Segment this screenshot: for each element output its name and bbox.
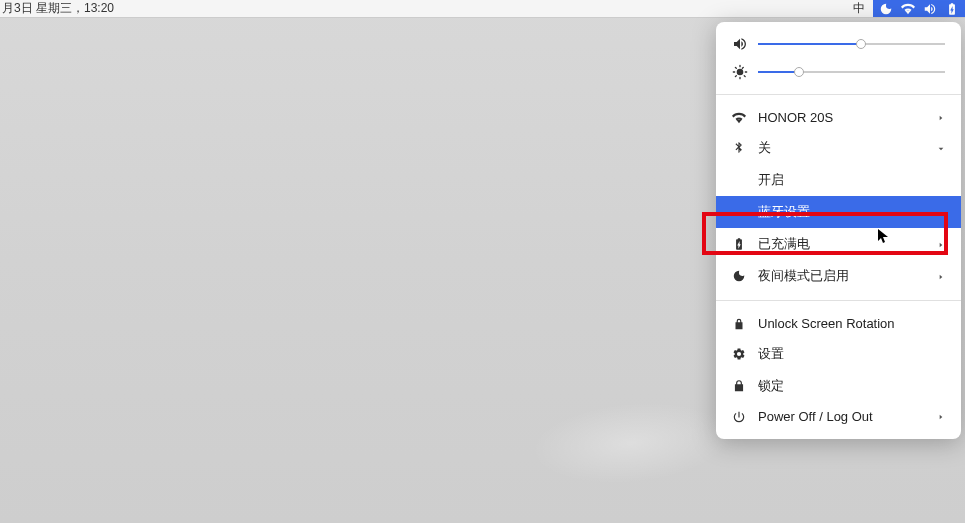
power-label: Power Off / Log Out [758, 409, 925, 424]
night-light-icon [732, 269, 746, 283]
brightness-slider-row [716, 58, 961, 86]
wifi-label: HONOR 20S [758, 110, 925, 125]
bluetooth-settings-label: 蓝牙设置 [758, 203, 810, 221]
settings-menu-item[interactable]: 设置 [716, 338, 961, 370]
lock-icon [732, 379, 746, 393]
bluetooth-enable-item[interactable]: 开启 [716, 164, 961, 196]
rotation-menu-item[interactable]: Unlock Screen Rotation [716, 309, 961, 338]
battery-label: 已充满电 [758, 235, 925, 253]
battery-menu-item[interactable]: 已充满电 [716, 228, 961, 260]
volume-icon [732, 36, 748, 52]
night-light-icon [879, 2, 893, 16]
bluetooth-icon [732, 141, 746, 155]
brightness-slider[interactable] [758, 65, 945, 79]
ime-indicator[interactable]: 中 [845, 0, 873, 17]
separator [716, 94, 961, 95]
rotation-label: Unlock Screen Rotation [758, 316, 945, 331]
lock-menu-item[interactable]: 锁定 [716, 370, 961, 402]
battery-icon [732, 237, 746, 251]
bluetooth-label: 关 [758, 139, 925, 157]
chevron-down-icon [937, 141, 945, 156]
volume-slider[interactable] [758, 37, 945, 51]
brightness-icon [732, 64, 748, 80]
power-icon [732, 410, 746, 424]
nightlight-menu-item[interactable]: 夜间模式已启用 [716, 260, 961, 292]
chevron-right-icon [937, 110, 945, 125]
power-menu-item[interactable]: Power Off / Log Out [716, 402, 961, 431]
volume-slider-row [716, 30, 961, 58]
battery-icon [945, 2, 959, 16]
separator [716, 300, 961, 301]
top-bar: 月3日 星期三，13:20 中 [0, 0, 965, 18]
system-menu-popover: HONOR 20S 关 开启 蓝牙设置 已充满电 夜间模式已启用 Unlock … [716, 22, 961, 439]
wifi-icon [732, 111, 746, 125]
bluetooth-settings-item[interactable]: 蓝牙设置 [716, 196, 961, 228]
wifi-menu-item[interactable]: HONOR 20S [716, 103, 961, 132]
settings-label: 设置 [758, 345, 945, 363]
bluetooth-menu-item[interactable]: 关 [716, 132, 961, 164]
rotation-lock-icon [732, 317, 746, 331]
wallpaper-decoration [528, 394, 734, 491]
chevron-right-icon [937, 237, 945, 252]
nightlight-label: 夜间模式已启用 [758, 267, 925, 285]
chevron-right-icon [937, 409, 945, 424]
wifi-icon [901, 2, 915, 16]
chevron-right-icon [937, 269, 945, 284]
lock-label: 锁定 [758, 377, 945, 395]
gear-icon [732, 347, 746, 361]
system-tray[interactable] [873, 0, 965, 17]
bluetooth-enable-label: 开启 [758, 171, 784, 189]
datetime-label[interactable]: 月3日 星期三，13:20 [0, 0, 114, 17]
volume-icon [923, 2, 937, 16]
